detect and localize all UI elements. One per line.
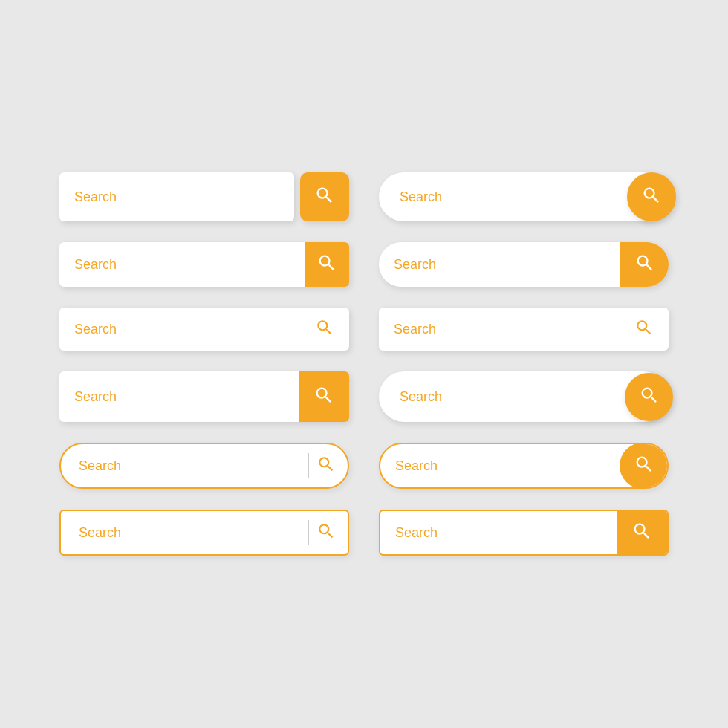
search-icon <box>639 385 660 409</box>
search-bars-grid: Search Search Search <box>30 143 698 585</box>
search-icon[interactable] <box>634 318 654 340</box>
search-icon[interactable] <box>316 455 336 477</box>
search-placeholder: Search <box>74 189 117 205</box>
search-icon <box>313 385 334 409</box>
search-bar-3-left[interactable]: Search <box>59 308 349 351</box>
search-icon <box>641 185 662 209</box>
search-input-box[interactable]: Search <box>380 511 617 554</box>
search-bar-4-left: Search <box>59 371 349 422</box>
search-placeholder: Search <box>79 458 121 474</box>
search-icon <box>634 253 655 276</box>
search-action <box>300 520 336 545</box>
search-icon[interactable] <box>316 521 336 544</box>
search-placeholder: Search <box>395 525 438 541</box>
divider <box>308 520 309 545</box>
search-button[interactable] <box>305 242 349 287</box>
search-button[interactable] <box>300 172 349 221</box>
search-input-box[interactable]: Search <box>379 172 669 221</box>
search-placeholder: Search <box>74 389 117 405</box>
search-bar-6-left[interactable]: Search <box>59 510 349 556</box>
search-button[interactable] <box>620 242 669 287</box>
search-icon <box>634 454 654 478</box>
search-input-box[interactable]: Search <box>59 242 305 287</box>
search-icon <box>314 185 335 209</box>
search-placeholder: Search <box>395 458 438 474</box>
search-bar-4-right: Search <box>379 371 669 422</box>
search-icon <box>316 253 337 276</box>
search-action <box>300 453 336 478</box>
search-input-box[interactable]: Search <box>59 172 294 221</box>
search-bar-5-left[interactable]: Search <box>59 443 349 489</box>
search-input-box[interactable]: Search <box>59 371 299 422</box>
search-placeholder: Search <box>394 322 436 337</box>
search-placeholder: Search <box>79 525 121 541</box>
search-bar-1-left: Search <box>59 172 349 221</box>
search-input-box[interactable]: Search <box>380 444 621 487</box>
search-bar-6-right: Search <box>379 510 669 556</box>
search-bar-1-right: Search <box>379 172 669 221</box>
search-icon <box>631 521 652 545</box>
search-placeholder: Search <box>394 257 436 273</box>
search-button[interactable] <box>625 373 673 421</box>
search-bar-5-right: Search <box>379 443 669 489</box>
search-placeholder: Search <box>74 257 117 273</box>
search-bar-2-right: Search <box>379 242 669 287</box>
search-bar-2-left: Search <box>59 242 349 287</box>
divider <box>308 453 309 478</box>
search-input-box[interactable]: Search <box>379 242 620 287</box>
search-button[interactable] <box>617 511 667 554</box>
search-placeholder: Search <box>400 389 442 405</box>
search-button[interactable] <box>299 371 349 422</box>
search-icon[interactable] <box>315 318 334 340</box>
search-bar-3-right[interactable]: Search <box>379 308 669 351</box>
search-button[interactable] <box>627 172 676 221</box>
search-placeholder: Search <box>400 189 442 205</box>
search-placeholder: Search <box>74 322 117 337</box>
search-button[interactable] <box>620 443 669 489</box>
